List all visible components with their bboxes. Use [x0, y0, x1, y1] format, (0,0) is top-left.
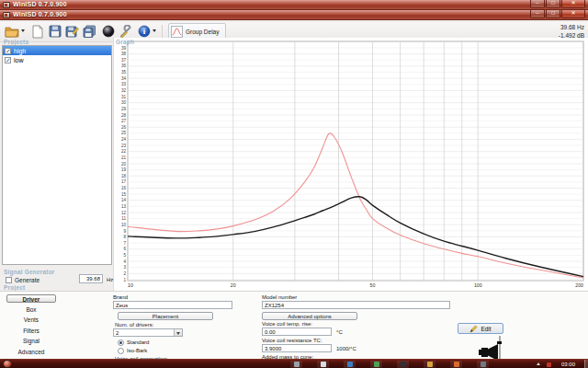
- graph-type-label: Group Delay: [186, 29, 220, 35]
- sphere-icon: [102, 25, 115, 38]
- tab-driver[interactable]: Driver: [6, 294, 56, 303]
- save-as-button[interactable]: [63, 23, 81, 40]
- project-checkbox[interactable]: ✓: [5, 57, 11, 63]
- vc-temp-input[interactable]: [262, 328, 332, 336]
- signal-generator-label: Signal Generator: [4, 269, 55, 275]
- placement-button[interactable]: Placement: [118, 312, 213, 320]
- minimize-button[interactable]: –: [530, 10, 545, 18]
- title-bar-back[interactable]: WinISD 0.7.0.900 – □ ✕: [0, 0, 588, 10]
- taskbar-app-5[interactable]: [397, 361, 409, 368]
- svg-text:39: 39: [121, 46, 127, 51]
- svg-text:11: 11: [121, 216, 126, 221]
- group-delay-chart[interactable]: 1234567891011121314151617181920212223242…: [114, 38, 588, 291]
- standard-radio-label: Standard: [127, 339, 149, 345]
- tray-caret-icon[interactable]: [537, 362, 540, 365]
- model-input[interactable]: [262, 301, 450, 309]
- generate-checkbox-row[interactable]: Generate: [6, 277, 40, 283]
- vc-temp-unit: °C: [336, 329, 343, 335]
- brand-label: Brand: [113, 294, 128, 300]
- svg-text:19: 19: [121, 167, 127, 172]
- maximize-button[interactable]: □: [546, 0, 560, 8]
- taskbar-app-7[interactable]: [450, 361, 462, 368]
- taskbar-app-2[interactable]: [317, 361, 329, 368]
- svg-text:10: 10: [121, 223, 127, 227]
- svg-text:7: 7: [123, 241, 126, 246]
- svg-text:36: 36: [121, 63, 127, 68]
- save-all-button[interactable]: [81, 23, 98, 40]
- svg-text:33: 33: [121, 82, 127, 86]
- svg-text:28: 28: [121, 113, 127, 118]
- isobark-radio[interactable]: [118, 348, 124, 354]
- tab-advanced[interactable]: Advanced: [6, 348, 56, 356]
- num-drivers-select[interactable]: 2: [113, 328, 183, 337]
- svg-text:38: 38: [121, 52, 127, 56]
- window-title: WinISD 0.7.0.900: [13, 11, 67, 17]
- taskbar-app-1[interactable]: [290, 361, 302, 368]
- close-button[interactable]: ✕: [561, 0, 585, 8]
- maximize-button[interactable]: □: [546, 10, 560, 18]
- svg-text:31: 31: [121, 95, 127, 99]
- brand-input[interactable]: [113, 301, 232, 309]
- show-desktop-button[interactable]: [584, 360, 588, 368]
- taskbar-clock[interactable]: 03:00: [561, 362, 575, 367]
- save-icon: [49, 25, 62, 38]
- main-window: i Group Delay 39.68 Hz -1.492 dB Project…: [0, 20, 588, 359]
- svg-text:34: 34: [121, 76, 127, 81]
- svg-text:4: 4: [123, 259, 126, 264]
- project-section-label: Project: [4, 284, 25, 291]
- svg-text:10: 10: [128, 282, 133, 288]
- svg-text:8: 8: [123, 235, 126, 239]
- new-button[interactable]: [28, 23, 46, 40]
- project-row[interactable]: ✓low: [3, 55, 111, 64]
- open-button[interactable]: [3, 23, 20, 40]
- minimize-button[interactable]: –: [530, 0, 545, 8]
- tray-alert-icon[interactable]: [547, 362, 551, 367]
- standard-radio[interactable]: [118, 339, 124, 346]
- save-edit-icon: [65, 25, 79, 39]
- tab-vents[interactable]: Vents: [6, 316, 56, 324]
- svg-text:15: 15: [121, 192, 127, 197]
- wrench-icon: [119, 25, 133, 39]
- taskbar-app-6[interactable]: [424, 361, 435, 368]
- tab-signal[interactable]: Signal: [6, 337, 56, 345]
- edit-button[interactable]: Edit: [458, 323, 503, 334]
- new-document-icon: [32, 25, 43, 39]
- graph-section-label: Graph: [116, 39, 134, 45]
- project-checkbox[interactable]: ✓: [5, 48, 11, 54]
- start-button[interactable]: [3, 360, 12, 368]
- chevron-down-icon: [174, 329, 182, 336]
- frequency-input[interactable]: [79, 274, 103, 283]
- vc-temp-label: Voice coil temp. rise:: [262, 321, 312, 327]
- vc-res-input[interactable]: [262, 344, 332, 352]
- about-dropdown-caret[interactable]: [153, 29, 156, 32]
- app-icon: [3, 2, 10, 8]
- taskbar-app-3[interactable]: [344, 361, 356, 368]
- projects-list[interactable]: ✓high✓low: [2, 45, 112, 265]
- svg-text:50: 50: [370, 282, 376, 288]
- svg-text:35: 35: [121, 70, 127, 75]
- project-row[interactable]: ✓high: [3, 46, 111, 55]
- title-bar-front[interactable]: WinISD 0.7.0.900 – □ ✕: [0, 10, 588, 20]
- taskbar: 03:00: [0, 359, 588, 368]
- taskbar-app-4[interactable]: [370, 361, 382, 368]
- advanced-options-button[interactable]: Advanced options: [262, 312, 357, 320]
- svg-text:26: 26: [121, 125, 127, 130]
- generate-checkbox[interactable]: [6, 277, 12, 283]
- svg-text:21: 21: [121, 155, 127, 160]
- open-dropdown-caret[interactable]: [21, 29, 25, 32]
- tab-filters[interactable]: Filters: [6, 327, 56, 335]
- project-label: low: [14, 57, 24, 63]
- close-button[interactable]: ✕: [561, 10, 585, 18]
- screen: WinISD 0.7.0.900 – □ ✕ WinISD 0.7.0.900 …: [0, 0, 588, 368]
- svg-text:22: 22: [121, 149, 127, 154]
- tab-box[interactable]: Box: [6, 305, 56, 314]
- save-button[interactable]: [46, 23, 63, 40]
- vc-res-unit: 1000/°C: [336, 346, 356, 351]
- folder-open-icon: [5, 25, 19, 38]
- projects-section-label: Projects: [4, 39, 28, 45]
- taskbar-app-8[interactable]: [477, 361, 489, 368]
- svg-text:14: 14: [121, 198, 127, 202]
- svg-text:20: 20: [121, 162, 127, 167]
- svg-text:200: 200: [575, 282, 583, 288]
- graph-panel: Graph 1234567891011121314151617181920212…: [113, 38, 588, 291]
